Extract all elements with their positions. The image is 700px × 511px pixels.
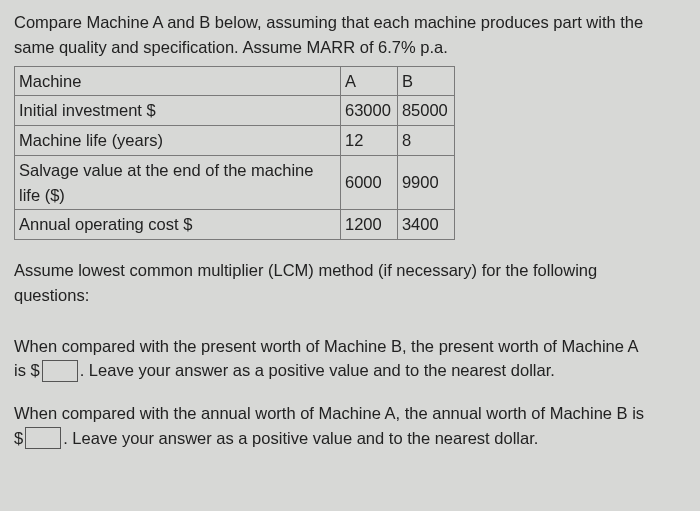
row-a: 6000 <box>341 155 398 210</box>
q2-prefix: $ <box>14 429 23 447</box>
row-label: Machine life (years) <box>15 126 341 156</box>
assume-text: Assume lowest common multiplier (LCM) me… <box>14 258 686 308</box>
intro-line1: Compare Machine A and B below, assuming … <box>14 13 643 31</box>
q1-line1: When compared with the present worth of … <box>14 337 639 355</box>
table-row: Machine A B <box>15 66 455 96</box>
intro-text: Compare Machine A and B below, assuming … <box>14 10 686 60</box>
question-2: When compared with the annual worth of M… <box>14 401 686 451</box>
machine-table: Machine A B Initial investment $ 63000 8… <box>14 66 455 241</box>
header-label: Machine <box>15 66 341 96</box>
q2-line1: When compared with the annual worth of M… <box>14 404 644 422</box>
row-b: 9900 <box>397 155 454 210</box>
table-row: Salvage value at the end of the machine … <box>15 155 455 210</box>
assume-line1: Assume lowest common multiplier (LCM) me… <box>14 261 597 279</box>
row-a: 12 <box>341 126 398 156</box>
table-row: Annual operating cost $ 1200 3400 <box>15 210 455 240</box>
intro-line2: same quality and specification. Assume M… <box>14 38 448 56</box>
row-label: Initial investment $ <box>15 96 341 126</box>
table-row: Machine life (years) 12 8 <box>15 126 455 156</box>
row-b: 85000 <box>397 96 454 126</box>
row-a: 63000 <box>341 96 398 126</box>
row-label: Annual operating cost $ <box>15 210 341 240</box>
header-b: B <box>397 66 454 96</box>
answer-input-2[interactable] <box>25 427 61 449</box>
header-a: A <box>341 66 398 96</box>
q2-suffix: . Leave your answer as a positive value … <box>63 429 538 447</box>
question-1: When compared with the present worth of … <box>14 334 686 384</box>
row-b: 8 <box>397 126 454 156</box>
row-b: 3400 <box>397 210 454 240</box>
row-a: 1200 <box>341 210 398 240</box>
answer-input-1[interactable] <box>42 360 78 382</box>
table-row: Initial investment $ 63000 85000 <box>15 96 455 126</box>
assume-line2: questions: <box>14 286 89 304</box>
row-label: Salvage value at the end of the machine … <box>15 155 341 210</box>
q1-prefix: is $ <box>14 361 40 379</box>
q1-suffix: . Leave your answer as a positive value … <box>80 361 555 379</box>
